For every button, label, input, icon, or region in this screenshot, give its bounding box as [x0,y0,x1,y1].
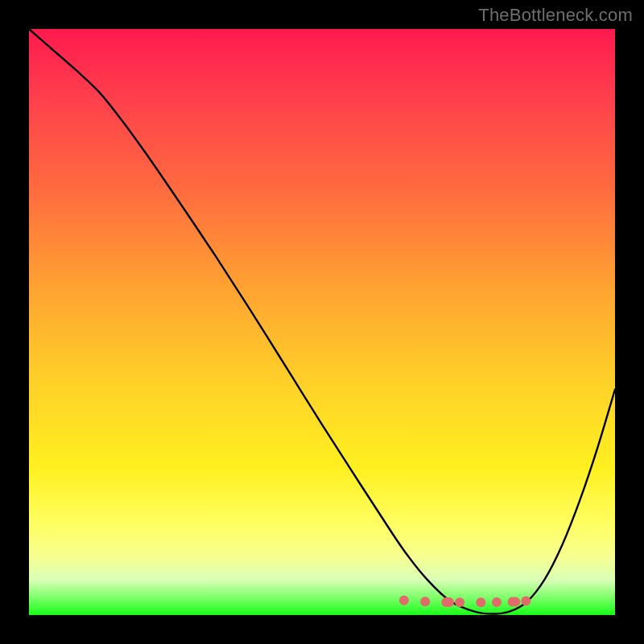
curve-svg [29,29,615,615]
flat-region-marker [455,597,464,607]
flat-region-marker [521,597,530,606]
flat-region-marker [492,597,502,607]
flat-region-marker [420,597,430,606]
chart-frame: TheBottleneck.com [0,0,644,644]
flat-region-marker [399,596,409,605]
flat-region-marker [476,597,485,607]
plot-area [29,29,615,615]
marker-group [399,596,530,608]
flat-region-marker [510,597,520,607]
watermark-text: TheBottleneck.com [478,5,633,26]
flat-region-marker [444,597,454,607]
bottleneck-curve [29,29,615,614]
